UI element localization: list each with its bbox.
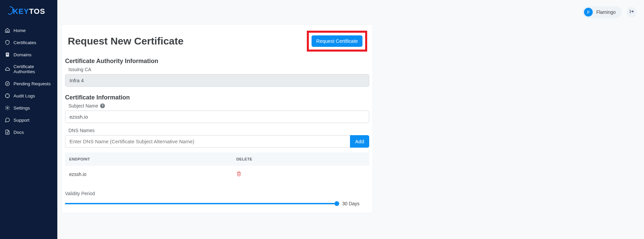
dns-name-input[interactable] <box>65 135 350 148</box>
brand-logo: KEY TOS <box>0 6 57 24</box>
subject-name-label: Subject Name <box>68 103 98 109</box>
brand-text-2: TOS <box>29 7 45 16</box>
svg-rect-2 <box>6 54 8 55</box>
ca-section-title: Certificate Authority Information <box>65 58 369 65</box>
page-title: Request New Certificate <box>68 35 183 47</box>
sidebar-item-certificates[interactable]: Certificates <box>0 36 57 49</box>
sidebar-item-label: Certificates <box>13 40 36 45</box>
clock-check-icon <box>5 81 10 86</box>
sidebar-nav: Home Certificates Domains Certificate Au… <box>0 24 57 138</box>
delete-row-button[interactable] <box>236 172 241 177</box>
sidebar-item-label: Pending Requests <box>13 81 51 86</box>
col-delete: DELETE <box>232 152 369 166</box>
sidebar-item-support[interactable]: Support <box>0 114 57 126</box>
sidebar: KEY TOS Home Certificates Domains Certif… <box>0 0 57 239</box>
svg-point-5 <box>7 107 8 109</box>
add-dns-button[interactable]: Add <box>350 135 369 148</box>
sidebar-item-label: Audit Logs <box>13 93 35 98</box>
sidebar-item-home[interactable]: Home <box>0 24 57 36</box>
shield-check-icon <box>5 40 10 45</box>
avatar: F <box>584 8 593 17</box>
slider-thumb[interactable] <box>334 201 339 206</box>
subject-name-input[interactable] <box>65 111 369 123</box>
col-endpoint: ENDPOINT <box>65 152 232 166</box>
cert-section-title: Certificate Information <box>65 94 369 101</box>
sidebar-item-label: Docs <box>13 130 24 135</box>
card-body: Certificate Authority Information Issuin… <box>62 58 373 213</box>
sidebar-item-domains[interactable]: Domains <box>0 49 57 61</box>
brand-text-1: KEY <box>13 7 29 16</box>
request-certificate-card: Request New Certificate Request Certific… <box>61 24 373 213</box>
sidebar-item-label: Settings <box>13 106 30 111</box>
sidebar-item-label: Home <box>13 28 26 33</box>
request-certificate-button[interactable]: Request Certificate <box>312 35 362 47</box>
sidebar-item-certificate-authorities[interactable]: Certificate Authorities <box>0 61 57 78</box>
logout-button[interactable] <box>626 7 637 17</box>
issuing-ca-input <box>65 74 369 87</box>
sidebar-item-label: Certificate Authorities <box>13 64 53 74</box>
topbar: F Flamingo <box>57 0 644 24</box>
validity-value: 30 Days <box>342 201 369 206</box>
endpoint-cell: ezssh.io <box>65 166 232 183</box>
sidebar-item-audit-logs[interactable]: Audit Logs <box>0 90 57 102</box>
content: Request New Certificate Request Certific… <box>57 24 644 213</box>
home-icon <box>5 28 10 33</box>
card-header: Request New Certificate Request Certific… <box>62 25 373 58</box>
table-row: ezssh.io <box>65 166 369 183</box>
main: F Flamingo Request New Certificate Reque… <box>57 0 644 239</box>
chat-icon <box>5 117 10 123</box>
user-name: Flamingo <box>596 9 616 15</box>
help-icon[interactable]: ? <box>100 103 105 108</box>
dns-names-label: DNS Names <box>68 128 369 133</box>
sidebar-item-docs[interactable]: Docs <box>0 126 57 138</box>
validity-slider[interactable] <box>65 203 337 204</box>
issuing-ca-label: Issuing CA <box>68 67 369 72</box>
svg-rect-1 <box>6 54 8 54</box>
dns-table: ENDPOINT DELETE ezssh.io <box>65 152 369 183</box>
logout-icon <box>629 9 634 16</box>
shield-icon <box>6 6 13 17</box>
page-icon <box>5 129 10 135</box>
gear-icon <box>5 105 10 111</box>
doc-icon <box>5 52 10 57</box>
sidebar-item-label: Domains <box>13 52 31 57</box>
highlight-box: Request Certificate <box>307 31 367 52</box>
sidebar-item-label: Support <box>13 118 29 123</box>
cloud-icon <box>5 66 10 72</box>
user-menu[interactable]: F Flamingo <box>582 6 622 18</box>
svg-point-3 <box>5 82 9 86</box>
validity-period-label: Validity Period <box>65 191 369 196</box>
sidebar-item-pending-requests[interactable]: Pending Requests <box>0 78 57 90</box>
sidebar-item-settings[interactable]: Settings <box>0 102 57 114</box>
target-icon <box>5 93 10 98</box>
